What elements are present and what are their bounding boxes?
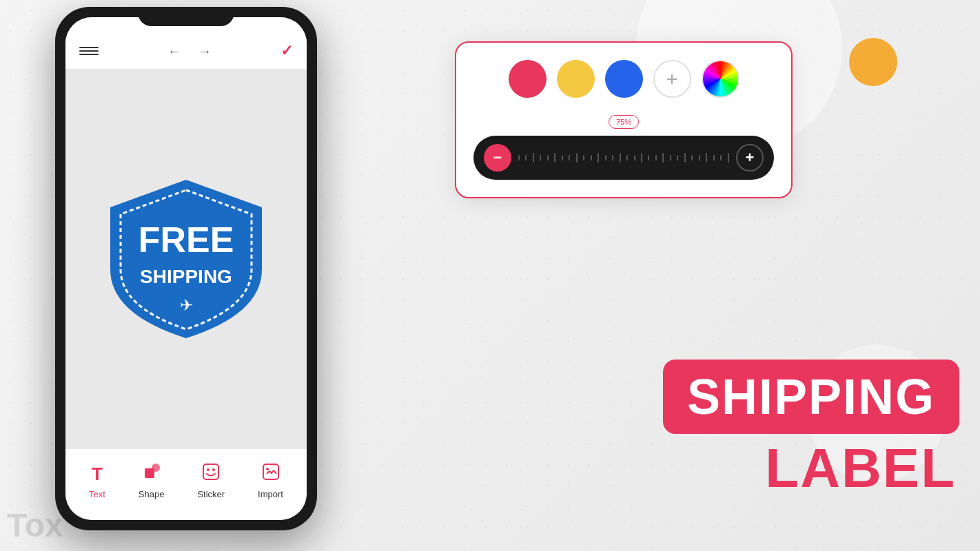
free-shipping-badge: FREE SHIPPING ✈	[96, 169, 276, 349]
color-swatch-yellow[interactable]	[557, 60, 595, 98]
badge-container: FREE SHIPPING ✈	[96, 169, 276, 349]
sticker-tool-label: Sticker	[197, 489, 225, 499]
toolbar-nav: ← →	[166, 42, 213, 61]
shipping-label-container: SHIPPING LABEL	[663, 360, 959, 496]
tox-watermark: Tox	[0, 468, 117, 551]
shape-icon	[143, 463, 161, 485]
slider-minus-button[interactable]: −	[484, 144, 511, 171]
svg-text:SHIPPING: SHIPPING	[140, 266, 232, 287]
svg-point-7	[212, 468, 215, 471]
sticker-icon	[202, 463, 220, 485]
import-tool-label: Import	[258, 489, 283, 499]
color-swatches	[473, 60, 774, 98]
phone-notch	[138, 7, 234, 26]
orange-circle-decoration	[849, 38, 897, 86]
tox-text: Tox	[7, 506, 63, 544]
color-picker-panel: 75% −	[455, 41, 793, 198]
svg-rect-5	[203, 464, 218, 479]
tool-sticker[interactable]: Sticker	[187, 459, 235, 503]
size-badge: 75%	[609, 115, 639, 129]
layers-icon[interactable]	[79, 41, 99, 61]
color-swatch-spectrum[interactable]	[702, 60, 739, 98]
svg-text:✈: ✈	[180, 296, 193, 314]
label-text: LABEL	[663, 441, 959, 496]
svg-point-9	[266, 468, 269, 470]
slider-track[interactable]	[518, 151, 729, 165]
shipping-label-box: SHIPPING	[663, 360, 959, 434]
color-swatch-custom[interactable]	[653, 60, 691, 98]
tool-shape[interactable]: Shape	[128, 459, 175, 503]
size-indicator: 75%	[473, 115, 774, 129]
redo-button[interactable]: →	[196, 42, 213, 61]
undo-button[interactable]: ←	[166, 42, 183, 61]
phone-mockup: ← → ✓ FREE SHIPPIN	[41, 7, 331, 544]
phone-canvas: FREE SHIPPING ✈	[65, 69, 307, 449]
shipping-text: SHIPPING	[687, 372, 935, 422]
tool-import[interactable]: Import	[247, 459, 294, 503]
slider-container: −	[473, 136, 774, 180]
color-swatch-blue[interactable]	[605, 60, 643, 98]
import-icon	[262, 463, 280, 485]
phone-screen: ← → ✓ FREE SHIPPIN	[65, 17, 307, 520]
svg-text:FREE: FREE	[139, 220, 234, 260]
svg-point-6	[207, 468, 210, 471]
slider-plus-button[interactable]: +	[736, 144, 764, 171]
color-swatch-pink[interactable]	[509, 60, 547, 98]
svg-point-4	[152, 464, 160, 472]
phone-frame: ← → ✓ FREE SHIPPIN	[55, 7, 317, 530]
slider-ticks	[518, 153, 729, 163]
shape-tool-label: Shape	[139, 489, 165, 499]
confirm-button[interactable]: ✓	[280, 42, 293, 60]
